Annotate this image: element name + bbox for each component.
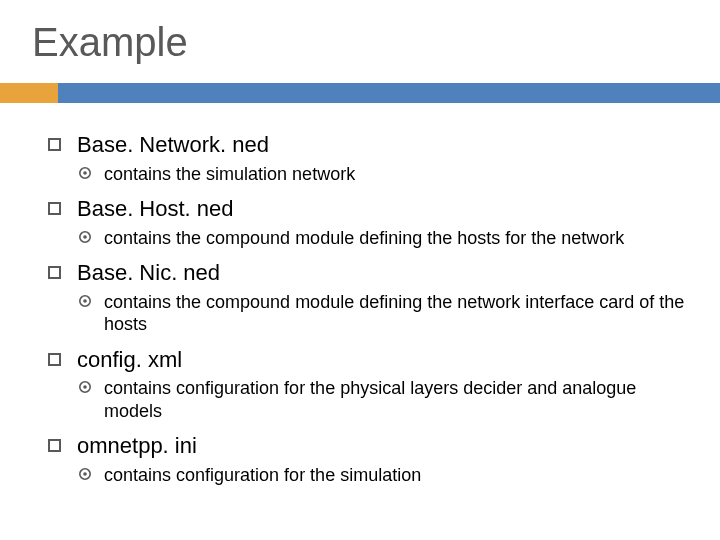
target-bullet-icon [78,467,92,481]
list-item: Base. Host. ned [48,195,692,223]
square-bullet-icon [48,266,61,279]
svg-point-7 [83,385,87,389]
list-item-label: omnetpp. ini [77,432,197,460]
accent-bar-orange [0,83,58,103]
target-bullet-icon [78,230,92,244]
list-item-label: config. xml [77,346,182,374]
list-subitem-label: contains configuration for the physical … [104,377,692,422]
list-subitem-label: contains the compound module defining th… [104,227,624,250]
list-item-label: Base. Host. ned [77,195,234,223]
svg-point-1 [83,171,87,175]
slide-title: Example [0,20,720,65]
list-item: Base. Nic. ned [48,259,692,287]
list-item: Base. Network. ned [48,131,692,159]
slide: Example Base. Network. ned contains the … [0,0,720,540]
list-subitem: contains configuration for the physical … [48,377,692,422]
list-item: omnetpp. ini [48,432,692,460]
svg-point-9 [83,472,87,476]
list-subitem-label: contains configuration for the simulatio… [104,464,421,487]
list-subitem: contains the compound module defining th… [48,227,692,250]
svg-point-5 [83,299,87,303]
list-subitem: contains configuration for the simulatio… [48,464,692,487]
list-subitem-label: contains the compound module defining th… [104,291,692,336]
list-subitem-label: contains the simulation network [104,163,355,186]
square-bullet-icon [48,439,61,452]
list-item-label: Base. Network. ned [77,131,269,159]
accent-bar [0,83,720,103]
square-bullet-icon [48,202,61,215]
list-subitem: contains the compound module defining th… [48,291,692,336]
square-bullet-icon [48,353,61,366]
target-bullet-icon [78,294,92,308]
slide-content: Base. Network. ned contains the simulati… [0,131,720,486]
list-item-label: Base. Nic. ned [77,259,220,287]
target-bullet-icon [78,380,92,394]
list-item: config. xml [48,346,692,374]
accent-bar-blue [58,83,720,103]
target-bullet-icon [78,166,92,180]
square-bullet-icon [48,138,61,151]
list-subitem: contains the simulation network [48,163,692,186]
svg-point-3 [83,235,87,239]
